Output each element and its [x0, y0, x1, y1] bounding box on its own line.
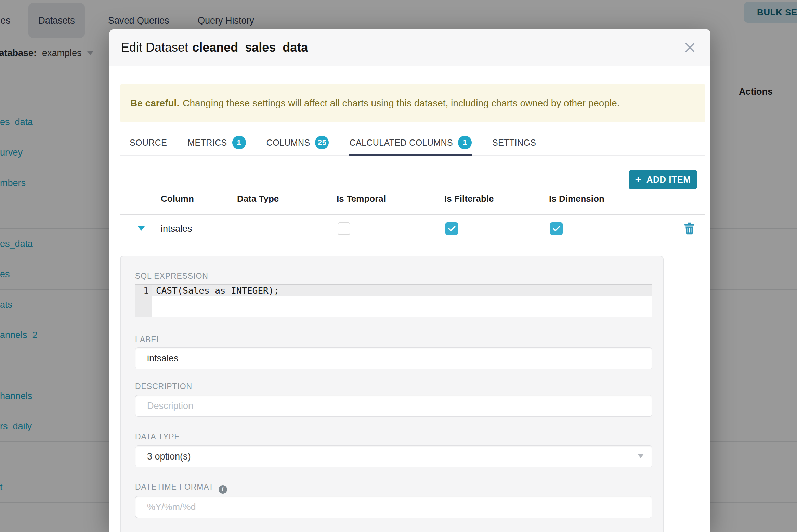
editor-print-margin — [565, 285, 565, 317]
data-type-label: DATA TYPE — [135, 432, 180, 441]
label-input[interactable] — [135, 347, 652, 369]
sql-code: CAST(Sales as INTEGER); — [156, 285, 280, 296]
column-name: intsales — [161, 214, 192, 243]
warning-banner: Be careful. Changing these settings will… — [120, 84, 705, 122]
description-input[interactable] — [135, 395, 652, 417]
chevron-down-icon — [638, 454, 644, 458]
warning-banner-text: Changing these settings will affect all … — [183, 98, 619, 109]
calculated-columns-header-row: Column Data Type Is Temporal Is Filterab… — [120, 191, 705, 215]
add-item-label: ADD ITEM — [646, 174, 691, 185]
plus-icon: + — [635, 174, 642, 185]
calculated-columns-count-badge: 1 — [458, 136, 472, 149]
tab-label: CALCULATED COLUMNS — [349, 138, 453, 148]
header-column: Column — [161, 194, 194, 204]
modal-header: Edit Dataset cleaned_sales_data — [109, 29, 710, 66]
tab-label: COLUMNS — [266, 138, 310, 148]
tab-label: SOURCE — [130, 138, 167, 148]
tab-metrics[interactable]: METRICS 1 — [187, 130, 246, 155]
tab-columns[interactable]: COLUMNS 25 — [266, 130, 329, 155]
calculated-column-detail-panel: SQL EXPRESSION 1 CAST(Sales as INTEGER);… — [120, 256, 664, 532]
info-icon[interactable]: i — [219, 485, 227, 494]
modal-title-prefix: Edit Dataset — [121, 40, 188, 55]
data-type-select[interactable]: 3 option(s) — [135, 445, 652, 467]
editor-line-number: 1 — [135, 285, 149, 296]
tab-source[interactable]: SOURCE — [130, 130, 167, 155]
close-icon[interactable] — [683, 41, 697, 54]
label-label: LABEL — [135, 335, 161, 344]
header-is-filterable: Is Filterable — [444, 194, 494, 204]
tab-calculated-columns[interactable]: CALCULATED COLUMNS 1 — [349, 130, 472, 155]
warning-banner-bold: Be careful. — [130, 98, 179, 109]
header-data-type: Data Type — [237, 194, 279, 204]
header-is-temporal: Is Temporal — [337, 194, 386, 204]
modal-title-dataset-name: cleaned_sales_data — [192, 40, 308, 55]
description-label: DESCRIPTION — [135, 382, 192, 391]
columns-count-badge: 25 — [315, 136, 329, 149]
is-dimension-checkbox[interactable] — [550, 222, 563, 235]
tab-settings[interactable]: SETTINGS — [492, 130, 536, 155]
text-cursor — [280, 286, 280, 295]
sql-code-text: CAST(Sales as INTEGER); — [156, 285, 279, 296]
datetime-format-input[interactable] — [135, 496, 652, 518]
datetime-format-label-text: DATETIME FORMAT — [135, 482, 214, 491]
delete-icon[interactable] — [684, 222, 695, 236]
datetime-format-label: DATETIME FORMATi — [135, 482, 227, 494]
modal-title: Edit Dataset cleaned_sales_data — [121, 29, 308, 66]
calculated-column-row: intsales — [120, 214, 705, 243]
data-type-value: 3 option(s) — [147, 451, 191, 462]
tab-label: SETTINGS — [492, 138, 536, 148]
modal-tabs: SOURCE METRICS 1 COLUMNS 25 CALCULATED C… — [120, 130, 705, 156]
sql-expression-label: SQL EXPRESSION — [135, 271, 208, 281]
add-item-button[interactable]: + ADD ITEM — [629, 170, 697, 189]
collapse-caret-icon[interactable] — [138, 226, 145, 231]
tab-label: METRICS — [187, 138, 227, 148]
metrics-count-badge: 1 — [232, 136, 246, 149]
is-temporal-checkbox[interactable] — [338, 222, 350, 235]
sql-editor[interactable]: 1 CAST(Sales as INTEGER); — [135, 284, 652, 317]
is-filterable-checkbox[interactable] — [445, 222, 458, 235]
header-is-dimension: Is Dimension — [549, 194, 604, 204]
edit-dataset-modal: Edit Dataset cleaned_sales_data Be caref… — [109, 29, 710, 532]
screen: es Datasets Saved Queries Query History … — [0, 0, 797, 532]
